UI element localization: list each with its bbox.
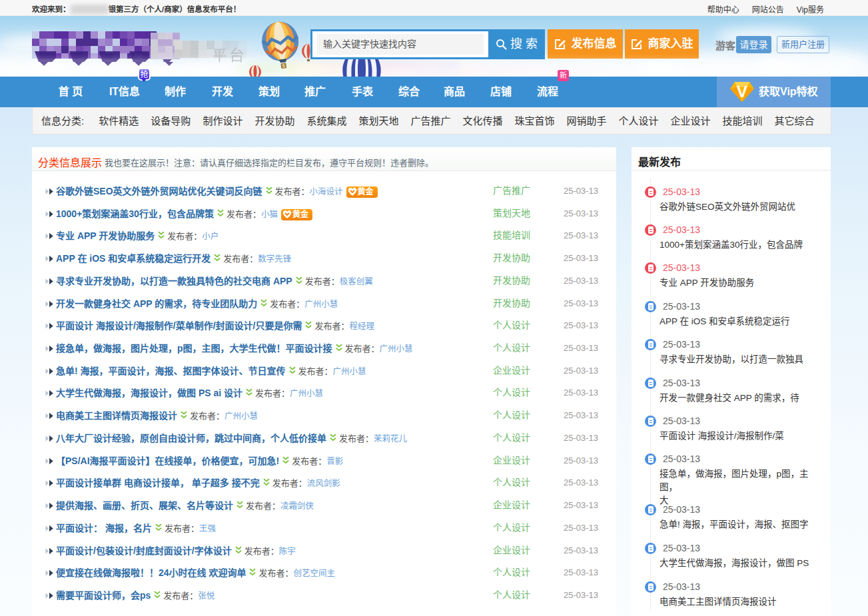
svg-text:V: V <box>737 83 748 101</box>
